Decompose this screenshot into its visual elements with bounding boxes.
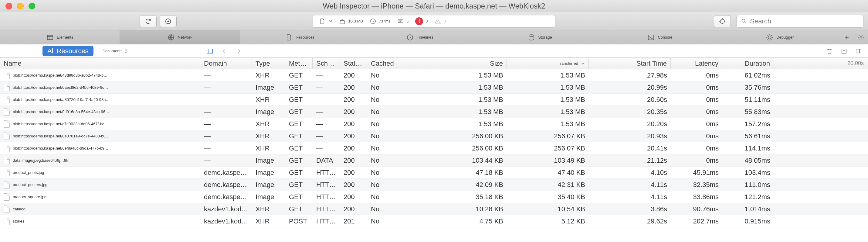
table-row[interactable]: blob:https://demo.kaspe.net/0d916d8a-564… [0,106,868,118]
minimize-window-button[interactable] [17,3,24,9]
zoom-window-button[interactable] [29,3,35,9]
table-row[interactable]: catalog kazdev1.kod… XHR GET HTT… 200 No… [0,203,868,215]
toggle-sidebar-button[interactable] [205,47,215,56]
table-row[interactable]: blob:https://demo.kaspe.net/0e3781e9-dc7… [0,130,868,142]
file-icon [4,133,10,140]
search-field[interactable] [736,15,864,28]
cell-start-time: 20.20s [589,120,671,128]
table-row[interactable]: product_posters.jpg demo.kaspe.… Image G… [0,179,868,191]
cell-domain: demo.kaspe.… [200,181,252,189]
crosshair-icon [719,18,726,25]
file-icon [4,181,10,188]
table-row[interactable]: product_square.jpg demo.kaspe.… Image GE… [0,191,868,203]
filter-all-resources[interactable]: All Resources [42,46,93,56]
tab-console[interactable]: Console [600,30,720,44]
tab-timelines[interactable]: Timelines [360,30,480,44]
cell-cached: No [367,96,431,104]
cell-cached: No [367,217,431,225]
col-transferred[interactable]: Transferred [507,58,589,69]
nav-back-button[interactable] [219,47,229,56]
table-body[interactable]: blob:https://demo.kaspe.net/43d98d36-a0b… [0,69,868,242]
cell-type: Image [252,181,285,189]
table-row[interactable]: stories kazdev1.kod… XHR POST HTT… 201 N… [0,215,868,227]
cell-type: Image [252,169,285,177]
col-duration[interactable]: Duration [722,58,774,69]
svg-rect-14 [856,49,861,53]
cell-latency: 0ms [671,120,722,128]
cell-domain: — [200,96,252,104]
network-table: Name Domain Type Met… Sch… Stat… Cached … [0,58,868,242]
cell-size: 35.18 KB [431,193,507,201]
cell-method: GET [285,72,313,79]
col-latency[interactable]: Latency [671,58,722,69]
file-icon [4,193,10,200]
tab-resources[interactable]: Resources [240,30,360,44]
table-row[interactable]: blob:https://demo.kaspe.net/c7e9023a-dd0… [0,118,868,130]
cell-type: Image [252,193,285,201]
cell-scheme: — [313,120,340,128]
filter-documents-dropdown[interactable]: Documents [99,48,131,55]
clear-button[interactable] [824,47,835,56]
cell-size: 4.75 KB [431,217,507,225]
table-row[interactable]: product_prints.jpg demo.kaspe.… Image GE… [0,167,868,179]
cell-domain: — [200,157,252,164]
cell-method: GET [285,157,313,164]
export-har-button[interactable] [839,47,849,56]
nav-forward-button[interactable] [234,47,244,56]
cell-latency: 0ms [671,157,722,164]
cell-duration: 114.1ms [722,144,774,152]
tab-storage[interactable]: Storage [480,30,600,44]
network-icon [167,34,175,41]
cell-size: 1.53 MB [431,84,507,91]
tab-elements[interactable]: Elements [0,30,120,44]
download-button[interactable] [160,15,177,27]
col-status[interactable]: Stat… [340,58,367,69]
toggle-details-button[interactable] [854,47,864,56]
tab-debugger[interactable]: Debugger [720,30,840,44]
table-header: Name Domain Type Met… Sch… Stat… Cached … [0,58,868,69]
search-icon [741,18,747,25]
cell-method: GET [285,108,313,116]
file-icon [4,145,10,152]
cell-duration: 61.02ms [722,72,774,79]
file-icon [4,108,10,115]
cell-scheme: DATA [313,157,340,164]
table-row[interactable]: blob:https://demo.kaspe.net/6ef8a46c-d9d… [0,142,868,155]
col-start-time[interactable]: Start Time [589,58,671,69]
cell-latency: 33.86ms [671,193,722,201]
col-scheme[interactable]: Sch… [313,58,340,69]
cell-size: 10.28 KB [431,205,507,213]
cell-size: 42.09 KB [431,181,507,189]
tab-network[interactable]: Network [120,30,240,44]
col-waterfall[interactable]: 20.00s [774,58,868,69]
cell-duration: 111.0ms [722,181,774,189]
debugger-icon [766,34,773,41]
col-type[interactable]: Type [252,58,285,69]
add-tab-button[interactable] [840,30,854,44]
table-row[interactable]: blob:https://demo.kaspe.net/0aecf8e2-d4b… [0,81,868,93]
col-cached[interactable]: Cached [367,58,431,69]
col-size[interactable]: Size [431,58,507,69]
cell-latency: 0ms [671,72,722,79]
table-row[interactable]: data:image/jpeg;base64,/9j…9k= — Image G… [0,155,868,167]
reload-button[interactable] [140,15,157,27]
cell-domain: — [200,144,252,152]
element-picker-button[interactable] [714,15,731,27]
table-row[interactable]: blob:https://demo.kaspe.net/a80720df-9af… [0,93,868,106]
col-domain[interactable]: Domain [200,58,252,69]
tab-settings-button[interactable] [854,30,868,44]
cell-scheme: HTT… [313,193,340,201]
chevron-updown-icon [124,49,128,54]
warning-icon [434,18,441,25]
svg-rect-12 [207,49,212,53]
console-icon [647,34,655,41]
search-input[interactable] [750,17,859,25]
col-method[interactable]: Met… [285,58,313,69]
cell-cached: No [367,108,431,116]
storage-icon [528,34,535,41]
cell-start-time: 21.12s [589,157,671,164]
cell-status: 200 [340,96,367,104]
table-row[interactable]: blob:https://demo.kaspe.net/43d98d36-a0b… [0,69,868,81]
close-window-button[interactable] [5,3,12,9]
col-name[interactable]: Name [0,58,200,69]
